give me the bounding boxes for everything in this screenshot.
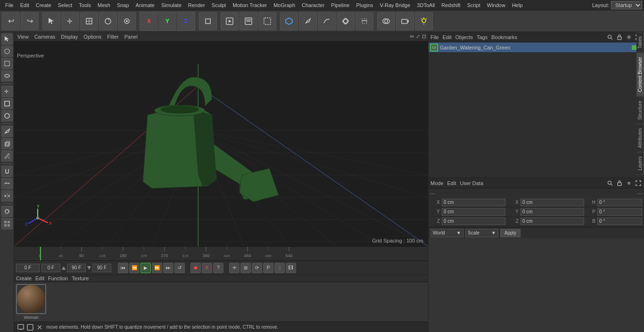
select-tool-button[interactable]: [42, 12, 60, 30]
obj-search-icon[interactable]: [606, 33, 614, 41]
vp-move-icon[interactable]: ⇔: [410, 33, 414, 40]
vp-zoom-icon[interactable]: ⤢: [416, 33, 420, 40]
step-back-button[interactable]: ⏪: [129, 263, 140, 273]
vp-fullscreen-icon[interactable]: ⊡: [422, 33, 426, 40]
timeline-ruler[interactable]: 0 45 90 135 180 225 270 315 360 405: [14, 247, 428, 261]
sidebar-polygon-pen[interactable]: [1, 126, 13, 137]
viewport[interactable]: View Cameras Display Options Filter Pane…: [14, 32, 428, 246]
menu-render[interactable]: Render: [185, 1, 208, 9]
auto-key-button[interactable]: K: [202, 263, 212, 273]
object-mode-button[interactable]: [199, 12, 217, 30]
deformer-button[interactable]: [355, 12, 373, 30]
menu-simulate[interactable]: Simulate: [158, 1, 185, 9]
boole-button[interactable]: [377, 12, 395, 30]
sidebar-array[interactable]: [1, 218, 13, 229]
attr-lock-icon[interactable]: [616, 179, 623, 187]
obj-menu-edit[interactable]: Edit: [443, 34, 452, 40]
z-axis-button[interactable]: Z: [177, 12, 195, 30]
obj-menu-objects[interactable]: Objects: [455, 34, 473, 40]
spline-button[interactable]: [318, 12, 336, 30]
vp-menu-view[interactable]: View: [16, 34, 30, 40]
vp-menu-display[interactable]: Display: [59, 34, 79, 40]
vtab-attributes[interactable]: Attributes: [636, 124, 644, 152]
layout-select[interactable]: Startup: [611, 1, 642, 9]
attr-field-h[interactable]: [597, 199, 642, 206]
move-pb-button[interactable]: ✛: [229, 263, 239, 273]
loop-button[interactable]: ↺: [174, 263, 185, 273]
sidebar-paint[interactable]: [1, 206, 13, 217]
status-icon-minimize[interactable]: [26, 324, 34, 331]
attr-edit[interactable]: Edit: [447, 180, 456, 186]
start-frame-field[interactable]: [41, 264, 60, 272]
sidebar-rotate[interactable]: [1, 110, 13, 121]
render-picture-viewer-button[interactable]: [239, 12, 257, 30]
menu-tools[interactable]: Tools: [75, 1, 94, 9]
attr-mode[interactable]: Mode: [430, 180, 444, 186]
record-button[interactable]: ⏺: [190, 263, 201, 273]
goto-end-button[interactable]: ⏭: [163, 263, 173, 273]
vtab-content-browser[interactable]: Content Browser: [636, 53, 644, 96]
status-icon-display[interactable]: [17, 324, 25, 331]
preview-end-field[interactable]: [92, 264, 111, 272]
end-frame-field[interactable]: [67, 264, 86, 272]
move-tool-button[interactable]: ✛: [61, 12, 79, 30]
vtab-takes[interactable]: Takes: [636, 32, 644, 53]
obj-menu-file[interactable]: File: [430, 34, 439, 40]
current-frame-field[interactable]: [16, 264, 40, 272]
camera-button[interactable]: [396, 12, 414, 30]
x-axis-button[interactable]: X: [140, 12, 158, 30]
vp-menu-options[interactable]: Options: [82, 34, 103, 40]
scale-pb-button[interactable]: ⊞: [240, 263, 251, 273]
obj-menu-bookmarks[interactable]: Bookmarks: [491, 34, 517, 40]
attr-field-y-rot[interactable]: [520, 208, 584, 216]
parent-pb-button[interactable]: P: [263, 263, 273, 273]
menu-create[interactable]: Create: [33, 1, 55, 9]
sidebar-knife[interactable]: [1, 150, 13, 162]
menu-vray[interactable]: V-Ray Bridge: [377, 1, 414, 9]
menu-pipeline[interactable]: Pipeline: [328, 1, 353, 9]
status-icon-close[interactable]: [36, 324, 43, 331]
render-active-view-button[interactable]: [221, 12, 239, 30]
menu-character[interactable]: Character: [298, 1, 328, 9]
undo-button[interactable]: ↩: [2, 12, 20, 30]
scale-dropdown[interactable]: Scale ▼: [465, 229, 498, 237]
cube-button[interactable]: [280, 12, 298, 30]
mat-texture[interactable]: Texture: [72, 275, 89, 281]
sidebar-smooth-shift[interactable]: [1, 178, 13, 189]
attr-field-x-pos[interactable]: [442, 199, 505, 206]
attr-search-icon[interactable]: [606, 179, 614, 187]
attr-maximize-icon[interactable]: [635, 179, 642, 187]
menu-help[interactable]: Help: [509, 1, 526, 9]
menu-animate[interactable]: Animate: [132, 1, 158, 9]
vp-menu-cameras[interactable]: Cameras: [33, 34, 57, 40]
mat-create[interactable]: Create: [16, 275, 32, 281]
obj-settings-icon[interactable]: [625, 33, 633, 41]
motion-clip-button[interactable]: ?: [213, 263, 223, 273]
menu-plugins[interactable]: Plugins: [353, 1, 376, 9]
mat-edit[interactable]: Edit: [35, 275, 44, 281]
sidebar-scale[interactable]: [1, 98, 13, 109]
attr-field-x-rot[interactable]: [520, 199, 584, 206]
vtab-structure[interactable]: Structure: [636, 97, 644, 124]
sidebar-loop-selection[interactable]: [1, 70, 13, 81]
goto-start-button[interactable]: ⏮: [118, 263, 128, 273]
rotate-tool-button[interactable]: [99, 12, 117, 30]
menu-sculpt[interactable]: Sculpt: [208, 1, 230, 9]
y-axis-button[interactable]: Y: [158, 12, 176, 30]
vp-menu-panel[interactable]: Panel: [123, 34, 139, 40]
object-row-watering-can[interactable]: Lo Garden_Watering_Can_Green: [429, 42, 644, 53]
menu-select[interactable]: Select: [55, 1, 76, 9]
material-item-woman[interactable]: Woman: [16, 284, 46, 320]
attr-field-b[interactable]: [597, 218, 642, 225]
attr-settings-icon[interactable]: [625, 179, 633, 187]
menu-script[interactable]: Script: [464, 1, 484, 9]
render-region-button[interactable]: [258, 12, 276, 30]
obj-lock-icon[interactable]: [616, 33, 623, 41]
timeline[interactable]: 0 45 90 135 180 225 270 315 360 405: [14, 246, 428, 260]
mat-function[interactable]: Function: [48, 275, 68, 281]
menu-mesh[interactable]: Mesh: [94, 1, 114, 9]
menu-mograph[interactable]: MoGraph: [270, 1, 298, 9]
pen-tool-button[interactable]: [299, 12, 317, 30]
sidebar-rect-selection[interactable]: [1, 58, 13, 69]
world-dropdown[interactable]: World ▼: [430, 229, 463, 237]
